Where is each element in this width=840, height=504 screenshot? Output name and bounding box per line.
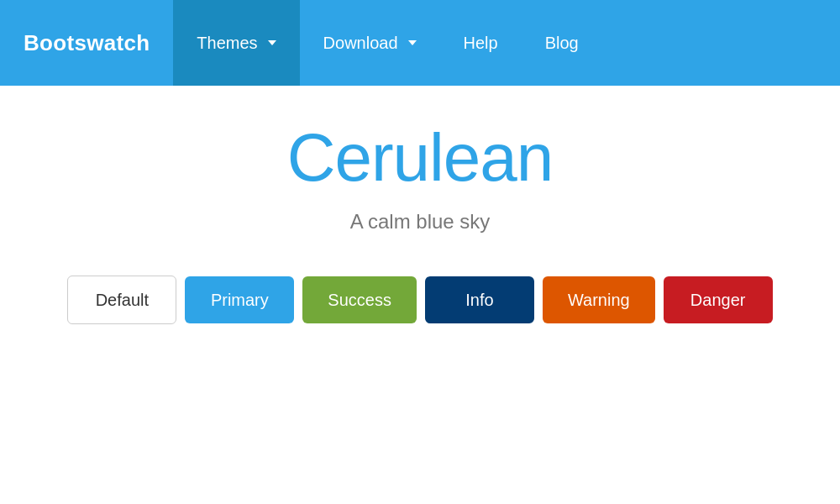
- btn-info[interactable]: Info: [425, 276, 534, 323]
- nav-blog-label: Blog: [545, 34, 579, 53]
- nav-link-help[interactable]: Help: [440, 0, 522, 86]
- nav-help-label: Help: [464, 34, 498, 53]
- nav-link-blog[interactable]: Blog: [522, 0, 602, 86]
- buttons-row: Default Primary Success Info Warning Dan…: [67, 276, 772, 324]
- nav-item-help: Help: [440, 0, 522, 86]
- nav-item-download: Download: [300, 0, 440, 86]
- navbar-brand[interactable]: Bootswatch: [0, 0, 173, 86]
- brand-text: Bootswatch: [24, 30, 150, 56]
- btn-danger[interactable]: Danger: [664, 276, 773, 323]
- nav-item-blog: Blog: [522, 0, 602, 86]
- main-content: Cerulean A calm blue sky Default Primary…: [0, 86, 840, 349]
- themes-caret-icon: [268, 40, 276, 45]
- theme-title: Cerulean: [287, 119, 554, 197]
- theme-subtitle: A calm blue sky: [350, 210, 491, 234]
- nav-themes-label: Themes: [197, 34, 257, 53]
- nav-item-themes: Themes: [173, 0, 299, 86]
- nav-link-themes[interactable]: Themes: [173, 0, 299, 86]
- btn-success[interactable]: Success: [302, 276, 417, 323]
- download-caret-icon: [408, 40, 417, 45]
- nav-download-label: Download: [323, 34, 398, 53]
- navbar-nav: Themes Download Help Blog: [173, 0, 601, 86]
- nav-link-download[interactable]: Download: [300, 0, 440, 86]
- navbar: Bootswatch Themes Download Help Blog: [0, 0, 840, 86]
- btn-default[interactable]: Default: [67, 276, 176, 324]
- btn-primary[interactable]: Primary: [185, 276, 294, 323]
- btn-warning[interactable]: Warning: [543, 276, 655, 323]
